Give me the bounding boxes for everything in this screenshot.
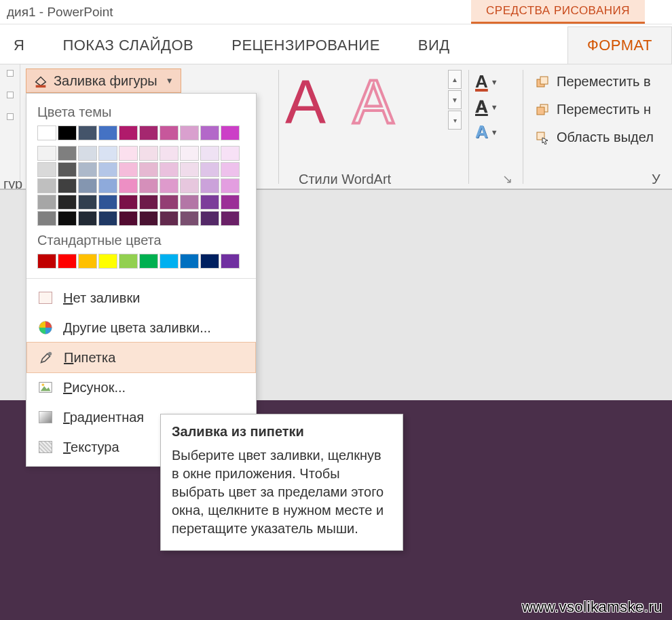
more-fill-colors-item[interactable]: Другие цвета заливки... xyxy=(26,313,256,343)
color-swatch[interactable] xyxy=(139,178,158,193)
color-swatch[interactable] xyxy=(78,162,97,177)
tab-review[interactable]: РЕЦЕНЗИРОВАНИЕ xyxy=(212,27,399,64)
color-swatch[interactable] xyxy=(221,254,240,269)
color-swatch[interactable] xyxy=(119,162,138,177)
color-swatch[interactable] xyxy=(37,125,56,140)
gallery-up-button[interactable]: ▲ xyxy=(448,70,462,89)
title-bar: дия1 - PowerPoint СРЕДСТВА РИСОВАНИЯ xyxy=(0,0,672,24)
color-swatch[interactable] xyxy=(200,178,219,193)
color-swatch[interactable] xyxy=(58,146,77,161)
shape-fill-button[interactable]: Заливка фигуры ▼ xyxy=(26,69,181,93)
stub-control[interactable] xyxy=(7,113,14,120)
text-effects-button[interactable]: A▼ xyxy=(475,121,516,142)
color-swatch[interactable] xyxy=(221,211,240,226)
gallery-more-button[interactable]: ▾ xyxy=(448,111,462,130)
text-outline-button[interactable]: A▼ xyxy=(475,96,516,117)
color-swatch[interactable] xyxy=(58,254,77,269)
color-swatch[interactable] xyxy=(160,162,179,177)
eyedropper-item[interactable]: Пипетка xyxy=(26,342,256,373)
color-swatch[interactable] xyxy=(98,125,117,140)
color-swatch[interactable] xyxy=(180,211,199,226)
bring-forward-label: Переместить в xyxy=(557,74,651,90)
no-fill-item[interactable]: Нет заливки xyxy=(26,283,256,313)
color-swatch[interactable] xyxy=(139,211,158,226)
text-effects-column: A▼ A▼ A▼ xyxy=(475,71,516,142)
color-swatch[interactable] xyxy=(200,146,219,161)
color-swatch[interactable] xyxy=(37,162,56,177)
color-swatch[interactable] xyxy=(180,195,199,210)
color-swatch[interactable] xyxy=(37,195,56,210)
wordart-dialog-launcher[interactable]: ↘ xyxy=(502,172,512,187)
color-swatch[interactable] xyxy=(180,162,199,177)
color-swatch[interactable] xyxy=(119,254,138,269)
color-swatch[interactable] xyxy=(58,178,77,193)
color-swatch[interactable] xyxy=(221,178,240,193)
stub-control[interactable] xyxy=(7,70,14,77)
color-swatch[interactable] xyxy=(139,146,158,161)
color-swatch[interactable] xyxy=(37,211,56,226)
bring-forward-button[interactable]: Переместить в xyxy=(531,71,658,92)
color-swatch[interactable] xyxy=(119,146,138,161)
color-swatch[interactable] xyxy=(78,211,97,226)
stub-control[interactable] xyxy=(7,92,14,98)
color-swatch[interactable] xyxy=(98,162,117,177)
color-swatch[interactable] xyxy=(139,125,158,140)
color-swatch[interactable] xyxy=(221,146,240,161)
color-swatch[interactable] xyxy=(160,178,179,193)
color-swatch[interactable] xyxy=(78,125,97,140)
tab-view[interactable]: ВИД xyxy=(399,27,469,64)
color-swatch[interactable] xyxy=(180,146,199,161)
color-swatch[interactable] xyxy=(37,254,56,269)
color-swatch[interactable] xyxy=(58,162,77,177)
color-swatch[interactable] xyxy=(139,254,158,269)
send-backward-label: Переместить н xyxy=(557,102,651,117)
color-swatch[interactable] xyxy=(98,146,117,161)
wordart-style-fill[interactable]: A xyxy=(285,71,326,132)
color-swatch[interactable] xyxy=(200,125,219,140)
picture-fill-item[interactable]: Рисунок... xyxy=(26,372,256,402)
color-swatch[interactable] xyxy=(180,254,199,269)
color-swatch[interactable] xyxy=(98,195,117,210)
color-swatch[interactable] xyxy=(139,162,158,177)
color-swatch[interactable] xyxy=(58,195,77,210)
send-backward-button[interactable]: Переместить н xyxy=(531,99,658,120)
color-swatch[interactable] xyxy=(78,254,97,269)
color-swatch[interactable] xyxy=(200,162,219,177)
color-swatch[interactable] xyxy=(98,178,117,193)
color-swatch[interactable] xyxy=(119,211,138,226)
color-swatch[interactable] xyxy=(221,162,240,177)
color-swatch[interactable] xyxy=(78,178,97,193)
color-swatch[interactable] xyxy=(200,211,219,226)
color-swatch[interactable] xyxy=(160,211,179,226)
color-swatch[interactable] xyxy=(119,178,138,193)
color-swatch[interactable] xyxy=(58,211,77,226)
tab-cut-left[interactable]: Я xyxy=(14,27,43,64)
color-swatch[interactable] xyxy=(160,195,179,210)
selection-pane-button[interactable]: Область выдел xyxy=(531,127,658,148)
color-swatch[interactable] xyxy=(160,125,179,140)
color-swatch[interactable] xyxy=(98,254,117,269)
color-swatch[interactable] xyxy=(37,146,56,161)
color-swatch[interactable] xyxy=(180,178,199,193)
wordart-style-outline[interactable]: A xyxy=(353,71,394,132)
color-swatch[interactable] xyxy=(37,178,56,193)
color-swatch[interactable] xyxy=(221,195,240,210)
color-swatch[interactable] xyxy=(58,125,77,140)
color-swatch[interactable] xyxy=(160,146,179,161)
color-swatch[interactable] xyxy=(119,125,138,140)
tab-slideshow[interactable]: ПОКАЗ СЛАЙДОВ xyxy=(43,27,212,64)
color-swatch[interactable] xyxy=(78,146,97,161)
color-swatch[interactable] xyxy=(180,125,199,140)
color-swatch[interactable] xyxy=(119,195,138,210)
wordart-styles-gallery[interactable]: A A xyxy=(285,71,455,132)
color-swatch[interactable] xyxy=(200,195,219,210)
color-swatch[interactable] xyxy=(98,211,117,226)
color-swatch[interactable] xyxy=(78,195,97,210)
tab-format[interactable]: ФОРМАТ xyxy=(567,26,672,64)
color-swatch[interactable] xyxy=(139,195,158,210)
color-swatch[interactable] xyxy=(200,254,219,269)
color-swatch[interactable] xyxy=(221,125,240,140)
gallery-down-button[interactable]: ▼ xyxy=(448,90,462,109)
color-swatch[interactable] xyxy=(160,254,179,269)
text-fill-button[interactable]: A▼ xyxy=(475,71,516,92)
